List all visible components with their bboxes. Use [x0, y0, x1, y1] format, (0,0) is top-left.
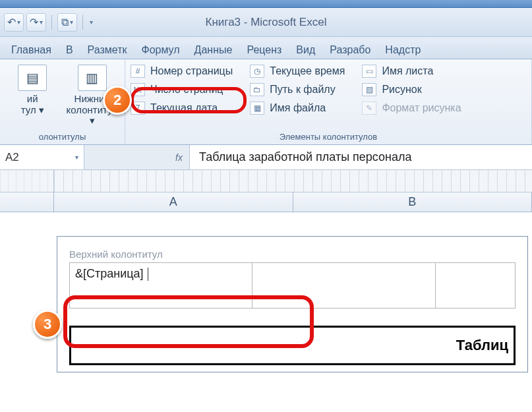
page-count-label: Число страниц	[150, 84, 223, 96]
folder-icon: 🗀	[250, 83, 264, 96]
qat-extra-button[interactable]: ⧉▾	[57, 13, 77, 32]
current-date-button[interactable]: 7 Текущая дата	[131, 102, 233, 115]
column-headers: A B	[0, 192, 532, 212]
clock-icon: ◷	[250, 65, 264, 78]
format-picture-button: ✎ Формат рисунка	[362, 102, 461, 115]
date-icon: 7	[131, 102, 145, 115]
tab-developer[interactable]: Разрабо	[322, 40, 378, 59]
worksheet-area[interactable]: Верхний колонтитул &[Страница] Таблиц	[0, 212, 532, 412]
tab-addins[interactable]: Надстр	[378, 40, 428, 59]
page-number-button[interactable]: # Номер страницы	[131, 65, 233, 78]
tab-insert[interactable]: В	[59, 40, 80, 59]
header-right-cell[interactable]	[436, 262, 516, 309]
redo-button[interactable]: ↷▾	[26, 13, 46, 32]
text-cursor	[148, 268, 148, 281]
format-picture-icon: ✎	[362, 102, 376, 115]
current-time-label: Текущее время	[270, 65, 345, 77]
file-path-button[interactable]: 🗀 Путь к файлу	[250, 83, 345, 96]
current-time-button[interactable]: ◷ Текущее время	[250, 65, 345, 78]
callout-badge-3: 3	[33, 310, 62, 339]
callout-badge-2: 2	[103, 86, 132, 115]
ribbon-tabs: Главная В Разметк Формул Данные Реценз В…	[0, 37, 532, 59]
ruler	[0, 170, 532, 192]
header-grid: &[Страница]	[69, 262, 516, 309]
qat-separator	[51, 15, 52, 30]
select-all-corner[interactable]	[0, 192, 54, 212]
header-label-2: тул ▾	[21, 104, 44, 115]
ruler-horizontal	[54, 170, 532, 192]
column-header-a[interactable]: A	[54, 192, 293, 212]
header-left-cell[interactable]: &[Страница]	[69, 262, 252, 309]
file-name-label: Имя файла	[270, 102, 326, 114]
window-top-strip	[0, 0, 532, 8]
group-label-headers: олонтитулы	[5, 131, 119, 143]
chevron-down-icon: ▾	[75, 154, 78, 161]
title-bar: ↶▾ ↷▾ ⧉▾ ▾ Книга3 - Microsoft Excel	[0, 8, 532, 37]
content-table: Таблиц	[69, 326, 516, 365]
table-caption: Таблиц	[456, 337, 508, 354]
header-section-label: Верхний колонтитул	[69, 249, 516, 260]
tab-formulas[interactable]: Формул	[134, 40, 187, 59]
tab-view[interactable]: Вид	[289, 40, 322, 59]
header-icon: ▤	[18, 65, 47, 91]
picture-icon: ▧	[362, 83, 376, 96]
formula-bar-value: Таблица заработной платы персонала	[199, 150, 412, 164]
footer-icon: ▥	[78, 65, 107, 91]
qat-customize-button[interactable]: ▾	[88, 13, 93, 32]
file-icon: ▦	[250, 102, 264, 115]
formula-row: A2 ▾ fx Таблица заработной платы персона…	[0, 145, 532, 170]
ruler-vertical-stub	[0, 170, 54, 192]
sheet-name-button[interactable]: ▭ Имя листа	[362, 65, 461, 78]
formula-bar[interactable]: Таблица заработной платы персонала	[190, 145, 532, 169]
page-number-label: Номер страницы	[150, 65, 233, 77]
quick-access-toolbar: ↶▾ ↷▾ ⧉▾ ▾	[0, 13, 93, 32]
sheet-icon: ▭	[362, 65, 376, 78]
name-box-value: A2	[5, 151, 19, 164]
picture-label: Рисунок	[382, 84, 421, 96]
tab-home[interactable]: Главная	[4, 40, 59, 59]
page-count-button[interactable]: № Число страниц	[131, 83, 233, 96]
undo-button[interactable]: ↶▾	[4, 13, 24, 32]
fx-icon[interactable]: fx	[175, 152, 183, 163]
tab-layout[interactable]: Разметк	[80, 40, 134, 59]
name-box[interactable]: A2 ▾	[0, 145, 84, 169]
header-label-1: ий	[27, 93, 38, 104]
page-number-icon: #	[131, 65, 145, 78]
tab-review[interactable]: Реценз	[239, 40, 289, 59]
header-left-value: &[Страница]	[75, 267, 144, 280]
file-name-button[interactable]: ▦ Имя файла	[250, 102, 345, 115]
qat-separator	[82, 15, 83, 30]
file-path-label: Путь к файлу	[270, 84, 335, 96]
tab-data[interactable]: Данные	[187, 40, 240, 59]
picture-button[interactable]: ▧ Рисунок	[362, 83, 461, 96]
current-date-label: Текущая дата	[150, 102, 218, 114]
header-center-cell[interactable]	[252, 262, 435, 309]
page-count-icon: №	[131, 83, 145, 96]
page-layout-card: Верхний колонтитул &[Страница] Таблиц	[57, 236, 528, 372]
group-label-elements: Элементы колонтитулов	[131, 131, 526, 143]
ribbon: ▤ ий тул ▾ ▥ Нижний колонтитул ▾ олонтит…	[0, 59, 532, 145]
format-picture-label: Формат рисунка	[382, 102, 461, 114]
column-header-b[interactable]: B	[293, 192, 533, 212]
formula-bar-buttons: fx	[84, 145, 190, 169]
sheet-name-label: Имя листа	[382, 65, 433, 77]
header-button[interactable]: ▤ ий тул ▾	[5, 62, 60, 115]
